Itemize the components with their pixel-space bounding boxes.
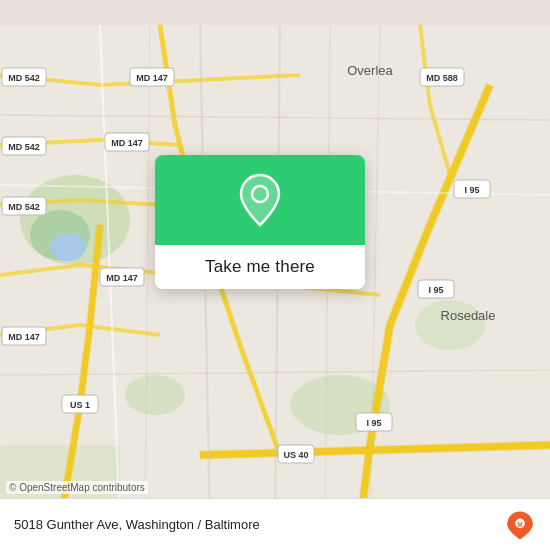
svg-text:I 95: I 95 xyxy=(366,418,381,428)
map-container: MD 542 MD 542 MD 542 MD 147 MD 147 MD 14… xyxy=(0,0,550,550)
popup-map-preview xyxy=(155,155,365,245)
svg-text:Rosedale: Rosedale xyxy=(441,308,496,323)
moovit-logo-icon: M xyxy=(504,509,536,541)
svg-text:MD 542: MD 542 xyxy=(8,202,40,212)
svg-text:MD 542: MD 542 xyxy=(8,142,40,152)
moovit-logo: M xyxy=(504,509,536,541)
bottom-info-bar: 5018 Gunther Ave, Washington / Baltimore… xyxy=(0,498,550,550)
svg-text:US 1: US 1 xyxy=(70,400,90,410)
svg-point-3 xyxy=(50,233,86,261)
location-pin-icon xyxy=(238,173,282,227)
svg-text:MD 147: MD 147 xyxy=(111,138,143,148)
svg-text:I 95: I 95 xyxy=(428,285,443,295)
svg-text:M: M xyxy=(517,520,522,527)
svg-text:MD 542: MD 542 xyxy=(8,73,40,83)
svg-text:I 95: I 95 xyxy=(464,185,479,195)
address-label: 5018 Gunther Ave, Washington / Baltimore xyxy=(14,517,260,532)
map-attribution: © OpenStreetMap contributors xyxy=(6,481,148,494)
svg-text:MD 147: MD 147 xyxy=(136,73,168,83)
svg-text:MD 147: MD 147 xyxy=(106,273,138,283)
svg-text:MD 588: MD 588 xyxy=(426,73,458,83)
popup-action-area[interactable]: Take me there xyxy=(155,245,365,289)
svg-text:US 40: US 40 xyxy=(283,450,308,460)
svg-text:MD 147: MD 147 xyxy=(8,332,40,342)
location-popup: Take me there xyxy=(155,155,365,289)
svg-point-4 xyxy=(125,375,185,415)
svg-text:Overlea: Overlea xyxy=(347,63,393,78)
take-me-there-button[interactable]: Take me there xyxy=(205,257,315,277)
